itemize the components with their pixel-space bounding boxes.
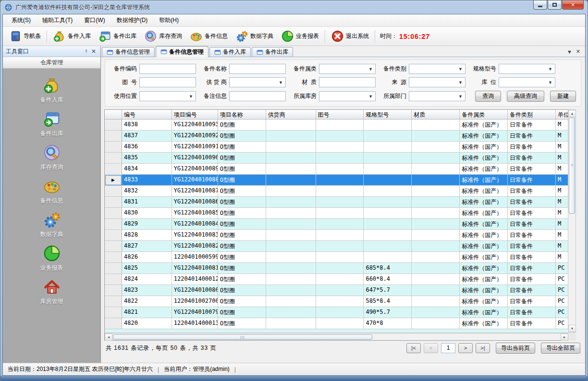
- table-row[interactable]: 4832YG12204010087O型圈标准件（国产）日常备件M: [105, 186, 568, 197]
- table-row[interactable]: 48261220401000599O型圈标准件（国产）日常备件M: [105, 252, 568, 263]
- table-cell: [266, 263, 316, 274]
- filter-select[interactable]: ▼: [409, 91, 466, 101]
- table-row[interactable]: 4836YG12204010091O型圈标准件（国产）日常备件M: [105, 142, 568, 153]
- toolbar-button[interactable]: 退出系统: [327, 28, 373, 45]
- table-row[interactable]: 4837YG12204010092O型圈标准件（国产）日常备件M: [105, 131, 568, 142]
- filter-select[interactable]: ▼: [499, 77, 555, 87]
- table-row[interactable]: ▶4833YG12204010088O型圈标准件（国产）日常备件M: [105, 175, 568, 186]
- column-header[interactable]: 备件类别: [508, 110, 556, 119]
- table-row[interactable]: 4828YG12204010083O型圈标准件（国产）日常备件M: [105, 230, 568, 241]
- table-row[interactable]: 4825YG12204010081O型圈685*8.4标准件（国产）日常备件PC: [105, 263, 568, 274]
- column-header[interactable]: 备件属类: [460, 110, 508, 119]
- filter-input[interactable]: [139, 77, 196, 87]
- scroll-left-icon[interactable]: ◄: [105, 333, 112, 341]
- scroll-down-icon[interactable]: ▼: [568, 325, 576, 332]
- filter-input[interactable]: [229, 91, 286, 101]
- minimize-button[interactable]: [533, 0, 547, 10]
- column-header[interactable]: 图号: [316, 110, 364, 119]
- menu-item[interactable]: 辅助工具(T): [37, 14, 78, 26]
- sidebar-item[interactable]: 数据字典: [23, 209, 81, 240]
- sidebar-close-icon[interactable]: ✕: [90, 48, 98, 55]
- sidebar-item[interactable]: 库房管理: [23, 276, 81, 307]
- filter-select[interactable]: ▼: [319, 91, 376, 101]
- table-cell: O型圈: [218, 175, 266, 186]
- table-row[interactable]: 4823YG12204010080O型圈647*5.7标准件（国产）日常备件PC: [105, 285, 568, 296]
- column-header[interactable]: 项目编号: [172, 110, 218, 119]
- toolbar-button[interactable]: 导航条: [5, 28, 45, 45]
- toolbar-button[interactable]: 备件信息: [186, 28, 232, 45]
- column-header[interactable]: 材质: [412, 110, 460, 119]
- table-row[interactable]: 4830YG12204010085O型圈标准件（国产）日常备件M: [105, 208, 568, 219]
- pin-icon[interactable]: [82, 48, 90, 55]
- scroll-up-icon[interactable]: ▲: [568, 110, 576, 117]
- table-row[interactable]: 4834YG12204010089O型圈标准件（国产）日常备件M: [105, 164, 568, 175]
- query-button[interactable]: 查询: [475, 91, 501, 102]
- filter-select[interactable]: ▼: [229, 77, 286, 87]
- tab[interactable]: 备件信息管理: [102, 47, 155, 57]
- toolbar-button[interactable]: 业务报表: [277, 28, 323, 45]
- scroll-right-icon[interactable]: ►: [561, 333, 568, 341]
- column-header[interactable]: 编号: [122, 110, 172, 119]
- tab[interactable]: 备件出库: [252, 47, 293, 57]
- toolbar-button[interactable]: 备件出库: [95, 28, 140, 45]
- toolbar-button[interactable]: 数据字典: [232, 28, 277, 45]
- filter-select[interactable]: ▼: [139, 91, 196, 101]
- menu-item[interactable]: 数据维护(D): [111, 14, 154, 26]
- table-row[interactable]: 4821YG12204010079O型圈490*5.7标准件（国产）日常备件PC: [105, 307, 568, 318]
- sidebar-item[interactable]: 备件出库: [23, 108, 81, 139]
- chevron-down-icon[interactable]: ▼: [567, 49, 572, 55]
- table-row[interactable]: 4831YG12204010086O型圈标准件（国产）日常备件M: [105, 197, 568, 208]
- hscroll-thumb[interactable]: [113, 334, 372, 340]
- filter-input[interactable]: [139, 64, 196, 74]
- toolbar-button[interactable]: 备件入库: [49, 28, 95, 45]
- close-button[interactable]: ✕: [562, 0, 584, 10]
- table-row[interactable]: 4827YG12204010082O型圈标准件（国产）日常备件M: [105, 241, 568, 252]
- export-all-button[interactable]: 导出全部页: [541, 343, 580, 354]
- vertical-scrollbar[interactable]: ▲ ▼: [568, 109, 576, 333]
- tab-close-icon[interactable]: ✕: [576, 48, 580, 55]
- create-button[interactable]: 新建: [550, 91, 576, 102]
- menu-item[interactable]: 窗口(W): [78, 14, 110, 26]
- tab[interactable]: 备件入库: [209, 47, 251, 57]
- next-page-button[interactable]: >: [458, 343, 473, 353]
- tab[interactable]: 备件信息管理: [156, 46, 208, 57]
- table-row[interactable]: 4838YG12204010093O型圈标准件（国产）日常备件M: [105, 119, 568, 131]
- filter-select[interactable]: ▼: [409, 77, 466, 87]
- menu-item[interactable]: 帮助(H): [153, 14, 184, 26]
- table-cell: YG12204010092: [172, 131, 218, 142]
- prev-page-button[interactable]: <: [424, 343, 438, 353]
- maximize-button[interactable]: [548, 0, 562, 10]
- table-cell: [412, 285, 460, 296]
- column-header[interactable]: 供货商: [266, 110, 316, 119]
- column-header[interactable]: 单位: [556, 110, 568, 119]
- column-header[interactable]: 规格型号: [364, 110, 412, 119]
- table-row[interactable]: 48221220401002700O型圈585*8.4标准件（国产）日常备件PC: [105, 296, 568, 307]
- title-bar[interactable]: 广州爱奇迪软件科技有限公司-深田之星仓库管理系统 ✕: [0, 0, 588, 14]
- table-row[interactable]: 48201220401400013O型圈470*8标准件（国产）日常备件PC: [105, 318, 568, 329]
- last-page-button[interactable]: >|: [476, 343, 490, 353]
- table-row[interactable]: 4829YG12204010084O型圈标准件（国产）日常备件M: [105, 219, 568, 230]
- menu-item[interactable]: 系统(S): [6, 14, 37, 26]
- page-input[interactable]: [441, 343, 455, 353]
- filter-field-label: 材 质: [286, 78, 317, 86]
- filter-select[interactable]: ▼: [319, 64, 376, 74]
- sidebar-item[interactable]: 备件信息: [23, 175, 81, 206]
- horizontal-scrollbar[interactable]: ◄ ►: [105, 333, 568, 340]
- sidebar-item[interactable]: 业务报表: [23, 242, 81, 274]
- table-row[interactable]: 48241220401400012O型圈660*8.4标准件（国产）日常备件PC: [105, 274, 568, 285]
- sidebar-item[interactable]: 备件入库: [23, 74, 81, 106]
- filter-select[interactable]: ▼: [499, 64, 555, 74]
- vscroll-thumb[interactable]: [569, 118, 575, 214]
- toolbar-button[interactable]: 库存查询: [140, 28, 186, 45]
- advanced-query-button[interactable]: 高级查询: [507, 91, 544, 102]
- table-row[interactable]: 4835YG12204010090O型圈标准件（国产）日常备件M: [105, 153, 568, 164]
- column-header[interactable]: 项目名称: [218, 110, 266, 119]
- sidebar-group-caption[interactable]: 仓库管理: [3, 57, 100, 69]
- filter-select[interactable]: ▼: [409, 64, 466, 74]
- first-page-button[interactable]: |<: [406, 343, 421, 353]
- outbound-icon: [98, 30, 111, 43]
- sidebar-item[interactable]: 库存查询: [23, 142, 81, 173]
- export-current-button[interactable]: 导出当前页: [496, 343, 535, 354]
- filter-input[interactable]: [229, 64, 286, 74]
- filter-input[interactable]: [319, 77, 376, 87]
